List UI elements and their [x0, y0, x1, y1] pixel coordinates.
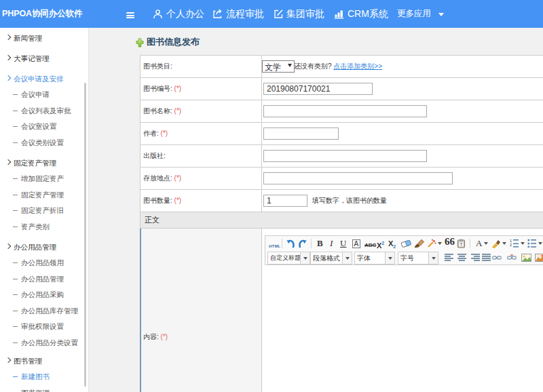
svg-text:T: T: [460, 242, 463, 247]
svg-text:2: 2: [510, 243, 512, 247]
